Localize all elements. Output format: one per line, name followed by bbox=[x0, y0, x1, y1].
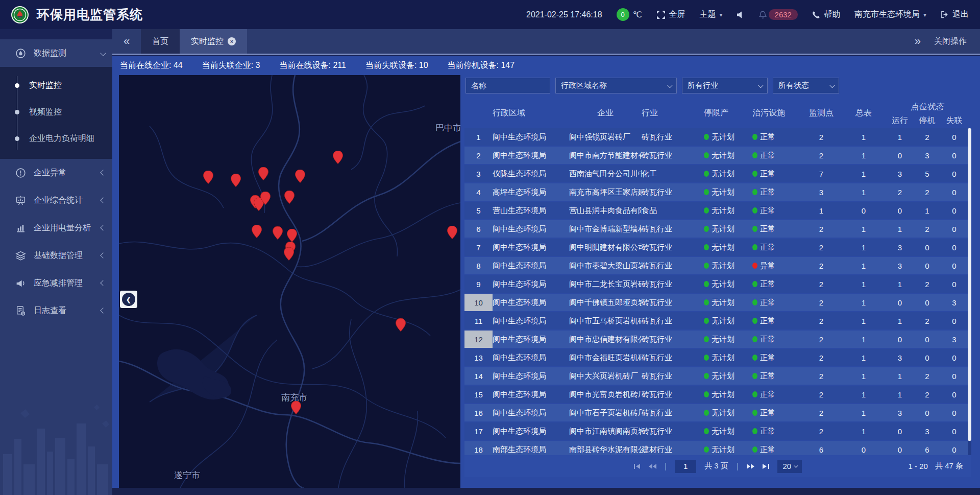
status-dot-icon bbox=[704, 207, 709, 214]
sidebar-item-emergency-reduction[interactable]: 应急减排管理 bbox=[0, 269, 112, 297]
app-header: 环保用电监管系统 2021-02-25 17:46:18 0 ℃ 全屏 主题▾ bbox=[0, 0, 980, 29]
map-marker-icon[interactable] bbox=[260, 192, 271, 205]
tab-realtime-monitor[interactable]: 实时监控 × bbox=[180, 29, 247, 54]
cell-lost: 3 bbox=[941, 294, 968, 311]
map-marker-icon[interactable] bbox=[203, 171, 213, 184]
org-dropdown[interactable]: 南充市生态环境局▾ bbox=[854, 9, 926, 20]
map-marker-icon[interactable] bbox=[252, 225, 262, 238]
sidebar-item-power-load-detail[interactable]: 企业电力负荷明细 bbox=[0, 125, 112, 152]
map-marker-icon[interactable] bbox=[231, 174, 241, 187]
cell-points: 2 bbox=[801, 349, 841, 366]
status-filter-select[interactable]: 所有状态 bbox=[773, 78, 839, 93]
table-row[interactable]: 17阆中生态环境局阆中市江南镇阆南页岩砖瓦行业无计划正常21030 bbox=[464, 422, 968, 440]
cell-lost: 0 bbox=[941, 183, 968, 201]
logout-button[interactable]: 退出 bbox=[941, 9, 969, 20]
cell-stop: 2 bbox=[914, 275, 941, 293]
next-page-button[interactable] bbox=[747, 463, 754, 469]
cell-region: 阆中生态环境局 bbox=[493, 386, 569, 403]
industry-filter-select[interactable]: 所有行业 bbox=[682, 78, 768, 93]
map-marker-icon[interactable] bbox=[295, 170, 305, 183]
sidebar-item-base-data[interactable]: 基础数据管理 bbox=[0, 242, 112, 269]
tabs-scroll-left-button[interactable]: « bbox=[112, 29, 141, 54]
table-row[interactable]: 6阆中生态环境局阆中市金博瑞新型墙材砖瓦行业无计划正常21120 bbox=[464, 220, 968, 238]
name-filter-input[interactable] bbox=[465, 78, 550, 93]
first-page-button[interactable] bbox=[634, 463, 641, 469]
range-label: 1 - 20 bbox=[909, 462, 928, 470]
table-row[interactable]: 15阆中生态环境局阆中市光富页岩机砖厂砖瓦行业无计划正常21120 bbox=[464, 386, 968, 403]
table-row[interactable]: 10阆中生态环境局阆中千佛镇五郎垭页岩砖瓦行业无计划正常21003 bbox=[464, 294, 968, 311]
table-row[interactable]: 13阆中生态环境局阆中市金福旺页岩机砖砖瓦行业无计划正常21300 bbox=[464, 349, 968, 366]
tab-close-icon[interactable]: × bbox=[228, 37, 236, 45]
table-row[interactable]: 8阆中生态环境局阆中市枣碧大梁山页岩砖瓦行业无计划异常21300 bbox=[464, 257, 968, 274]
cell-industry: 建材行业 bbox=[642, 441, 704, 455]
sidebar-item-power-analysis[interactable]: 企业用电量分析 bbox=[0, 214, 112, 242]
page-size-select[interactable]: 20 bbox=[777, 460, 802, 473]
total-count-label: 共 47 条 bbox=[935, 461, 963, 471]
cell-company: 阆中强锐页岩砖厂 bbox=[569, 128, 642, 146]
map-marker-icon[interactable] bbox=[258, 167, 268, 180]
map-marker-icon[interactable] bbox=[447, 226, 457, 239]
map-marker-icon[interactable] bbox=[284, 191, 295, 204]
cell-points: 2 bbox=[801, 257, 841, 274]
cell-meters: 1 bbox=[841, 367, 886, 385]
fullscreen-button[interactable]: 全屏 bbox=[656, 9, 685, 20]
chevron-down-icon bbox=[829, 82, 835, 87]
table-row[interactable]: 5营山生态环境局营山县润丰肉食品有限食品无计划正常10010 bbox=[464, 202, 968, 219]
tabs-scroll-right-button[interactable]: » bbox=[915, 35, 921, 48]
notification-count-badge: 2632 bbox=[769, 9, 798, 20]
cell-industry: 砖瓦行业 bbox=[642, 294, 704, 311]
chevron-left-icon bbox=[100, 197, 106, 203]
close-operations-button[interactable]: 关闭操作 bbox=[934, 36, 967, 47]
table-row[interactable]: 3仪陇生态环境局西南油气田分公司川中化工无计划正常71350 bbox=[464, 165, 968, 182]
cell-company: 阆中明阳建材有限公司 bbox=[569, 239, 642, 256]
cell-run: 1 bbox=[886, 386, 914, 403]
map-panel[interactable]: ❮ 巴中市南充市遂宁市 bbox=[119, 75, 460, 488]
sidebar-item-data-monitor[interactable]: 数据监测 bbox=[0, 39, 112, 67]
mute-button[interactable] bbox=[737, 11, 745, 18]
map-collapse-button[interactable]: ❮ bbox=[120, 291, 137, 308]
map-marker-icon[interactable] bbox=[291, 401, 301, 414]
theme-dropdown[interactable]: 主题▾ bbox=[700, 9, 723, 20]
map-marker-icon[interactable] bbox=[284, 247, 294, 261]
status-dot-icon bbox=[704, 355, 709, 361]
sidebar-item-enterprise-stats[interactable]: 企业综合统计 bbox=[0, 186, 112, 214]
sidebar-item-video-monitor[interactable]: 视频监控 bbox=[0, 99, 112, 125]
sidebar-nav: 数据监测实时监控视频监控企业电力负荷明细企业异常企业综合统计企业用电量分析基础数… bbox=[0, 39, 112, 324]
tab-home[interactable]: 首页 bbox=[141, 29, 180, 54]
status-dot-icon bbox=[752, 134, 757, 140]
map-marker-icon[interactable] bbox=[287, 229, 297, 242]
table-scrollbar[interactable] bbox=[968, 128, 971, 455]
map-marker-icon[interactable] bbox=[396, 318, 406, 332]
cell-company: 西南油气田分公司川中 bbox=[569, 165, 642, 182]
table-row[interactable]: 2阆中生态环境局阆中市南方节能建材有砖瓦行业无计划正常21030 bbox=[464, 147, 968, 164]
cell-limit: 无计划 bbox=[704, 331, 752, 348]
prev-page-button[interactable] bbox=[649, 463, 656, 469]
notifications[interactable]: 2632 bbox=[759, 9, 798, 20]
last-page-button[interactable] bbox=[763, 463, 769, 469]
sidebar-item-realtime-monitor[interactable]: 实时监控 bbox=[0, 72, 112, 99]
help-button[interactable]: 帮助 bbox=[812, 9, 840, 20]
table-row[interactable]: 16阆中生态环境局阆中市石子页岩机砖厂砖瓦行业无计划正常21300 bbox=[464, 404, 968, 421]
map-city-label: 遂宁市 bbox=[174, 469, 200, 481]
chevron-left-icon bbox=[100, 308, 106, 313]
page-number-input[interactable] bbox=[675, 460, 696, 473]
tab-bar-right: » 关闭操作 bbox=[915, 29, 980, 54]
timeline-dot-icon bbox=[15, 83, 19, 88]
sidebar-item-log-view[interactable]: 日志查看 bbox=[0, 297, 112, 324]
table-row[interactable]: 9阆中生态环境局阆中市二龙长宝页岩砖砖瓦行业无计划正常21120 bbox=[464, 275, 968, 293]
table-row[interactable]: 11阆中生态环境局阆中市五马桥页岩机砖砖瓦行业无计划正常21120 bbox=[464, 312, 968, 329]
table-row[interactable]: 1阆中生态环境局阆中强锐页岩砖厂砖瓦行业无计划正常21120 bbox=[464, 128, 968, 146]
cell-facility: 正常 bbox=[752, 422, 801, 440]
table-row[interactable]: 7阆中生态环境局阆中明阳建材有限公司砖瓦行业无计划正常21300 bbox=[464, 239, 968, 256]
region-filter-select[interactable]: 行政区域名称 bbox=[555, 78, 677, 93]
sidebar-item-enterprise-abnormal[interactable]: 企业异常 bbox=[0, 159, 112, 186]
map-marker-icon[interactable] bbox=[333, 151, 343, 164]
table-row[interactable]: 12阆中生态环境局阆中市忠信建材有限公砖瓦行业无计划正常21003 bbox=[464, 331, 968, 348]
table-row[interactable]: 18南部生态环境局南部县砖华水泥有限公建材行业无计划正常60060 bbox=[464, 441, 968, 455]
cell-region: 阆中生态环境局 bbox=[493, 257, 569, 274]
status-dot-icon bbox=[752, 299, 757, 305]
table-row[interactable]: 14阆中生态环境局阆中大兴页岩机砖厂砖瓦行业无计划正常21120 bbox=[464, 367, 968, 385]
map-marker-icon[interactable] bbox=[273, 226, 283, 240]
scrollbar-thumb[interactable] bbox=[968, 128, 971, 441]
table-row[interactable]: 4高坪生态环境局南充市高坪区王家店建砖瓦行业无计划正常31220 bbox=[464, 183, 968, 201]
